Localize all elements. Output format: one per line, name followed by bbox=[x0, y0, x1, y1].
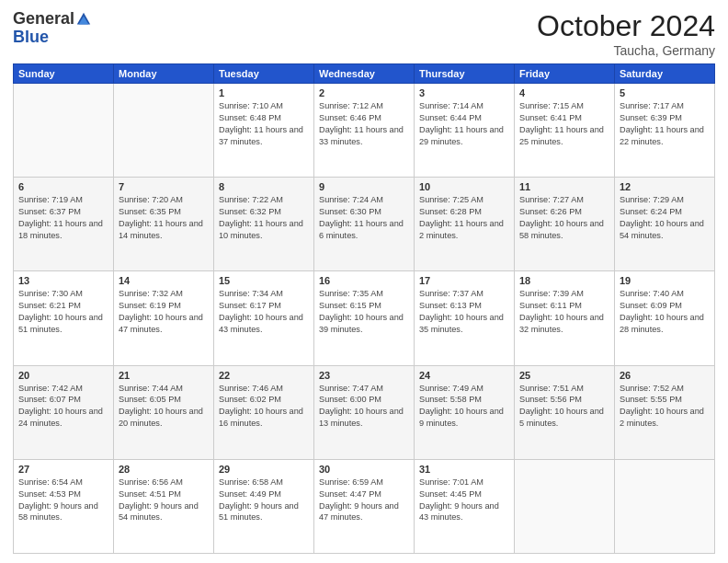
day-number: 7 bbox=[119, 181, 209, 192]
location: Taucha, Germany bbox=[537, 43, 715, 58]
logo-general: General bbox=[13, 9, 74, 29]
logo-text: General bbox=[13, 9, 92, 29]
weekday-header-wednesday: Wednesday bbox=[314, 64, 415, 84]
calendar-cell: 18Sunrise: 7:39 AMSunset: 6:11 PMDayligh… bbox=[515, 271, 615, 365]
day-info: Sunrise: 7:34 AMSunset: 6:17 PMDaylight:… bbox=[219, 288, 309, 336]
calendar-cell: 5Sunrise: 7:17 AMSunset: 6:39 PMDaylight… bbox=[615, 84, 715, 178]
weekday-header-tuesday: Tuesday bbox=[214, 64, 314, 84]
weekday-header-monday: Monday bbox=[114, 64, 214, 84]
day-number: 20 bbox=[18, 370, 108, 381]
calendar-cell: 19Sunrise: 7:40 AMSunset: 6:09 PMDayligh… bbox=[615, 271, 715, 365]
day-info: Sunrise: 7:01 AMSunset: 4:45 PMDaylight:… bbox=[419, 477, 509, 524]
day-info: Sunrise: 7:47 AMSunset: 6:00 PMDaylight:… bbox=[319, 383, 409, 431]
day-info: Sunrise: 7:35 AMSunset: 6:15 PMDaylight:… bbox=[319, 288, 409, 336]
calendar-cell: 1Sunrise: 7:10 AMSunset: 6:48 PMDaylight… bbox=[214, 84, 314, 178]
day-number: 31 bbox=[419, 464, 509, 475]
day-number: 12 bbox=[620, 181, 710, 192]
logo-icon bbox=[75, 11, 92, 28]
calendar-cell bbox=[515, 459, 615, 553]
title-area: October 2024 Taucha, Germany bbox=[537, 9, 715, 58]
weekday-header-saturday: Saturday bbox=[615, 64, 715, 84]
day-number: 11 bbox=[519, 181, 609, 192]
weekday-header-friday: Friday bbox=[515, 64, 615, 84]
calendar-cell: 8Sunrise: 7:22 AMSunset: 6:32 PMDaylight… bbox=[214, 178, 314, 271]
day-info: Sunrise: 7:19 AMSunset: 6:37 PMDaylight:… bbox=[18, 194, 108, 242]
day-number: 17 bbox=[419, 275, 509, 286]
day-info: Sunrise: 6:56 AMSunset: 4:51 PMDaylight:… bbox=[119, 477, 209, 524]
calendar-week-row: 27Sunrise: 6:54 AMSunset: 4:53 PMDayligh… bbox=[14, 459, 715, 553]
day-info: Sunrise: 7:40 AMSunset: 6:09 PMDaylight:… bbox=[620, 288, 710, 336]
calendar-cell: 22Sunrise: 7:46 AMSunset: 6:02 PMDayligh… bbox=[214, 365, 314, 459]
weekday-header-sunday: Sunday bbox=[14, 64, 114, 84]
day-info: Sunrise: 7:51 AMSunset: 5:56 PMDaylight:… bbox=[519, 383, 609, 431]
day-info: Sunrise: 7:15 AMSunset: 6:41 PMDaylight:… bbox=[519, 100, 609, 148]
day-number: 1 bbox=[219, 87, 309, 98]
day-info: Sunrise: 7:17 AMSunset: 6:39 PMDaylight:… bbox=[620, 100, 710, 148]
calendar-cell bbox=[615, 459, 715, 553]
calendar-cell bbox=[14, 84, 114, 178]
day-info: Sunrise: 7:37 AMSunset: 6:13 PMDaylight:… bbox=[419, 288, 509, 336]
day-number: 23 bbox=[319, 370, 409, 381]
day-info: Sunrise: 7:44 AMSunset: 6:05 PMDaylight:… bbox=[119, 383, 209, 431]
calendar-cell: 25Sunrise: 7:51 AMSunset: 5:56 PMDayligh… bbox=[515, 365, 615, 459]
day-info: Sunrise: 7:30 AMSunset: 6:21 PMDaylight:… bbox=[18, 288, 108, 336]
calendar-cell: 13Sunrise: 7:30 AMSunset: 6:21 PMDayligh… bbox=[14, 271, 114, 365]
day-number: 26 bbox=[620, 370, 710, 381]
day-info: Sunrise: 7:46 AMSunset: 6:02 PMDaylight:… bbox=[219, 383, 309, 431]
day-info: Sunrise: 7:20 AMSunset: 6:35 PMDaylight:… bbox=[119, 194, 209, 242]
calendar-week-row: 20Sunrise: 7:42 AMSunset: 6:07 PMDayligh… bbox=[14, 365, 715, 459]
day-number: 14 bbox=[119, 275, 209, 286]
day-number: 4 bbox=[519, 87, 609, 98]
calendar-cell: 23Sunrise: 7:47 AMSunset: 6:00 PMDayligh… bbox=[314, 365, 415, 459]
calendar-cell: 12Sunrise: 7:29 AMSunset: 6:24 PMDayligh… bbox=[615, 178, 715, 271]
weekday-header-thursday: Thursday bbox=[415, 64, 515, 84]
day-number: 13 bbox=[18, 275, 108, 286]
day-info: Sunrise: 7:39 AMSunset: 6:11 PMDaylight:… bbox=[519, 288, 609, 336]
day-info: Sunrise: 7:49 AMSunset: 5:58 PMDaylight:… bbox=[419, 383, 509, 431]
calendar-cell: 2Sunrise: 7:12 AMSunset: 6:46 PMDaylight… bbox=[314, 84, 415, 178]
day-number: 28 bbox=[119, 464, 209, 475]
calendar-cell: 14Sunrise: 7:32 AMSunset: 6:19 PMDayligh… bbox=[114, 271, 214, 365]
day-number: 10 bbox=[419, 181, 509, 192]
day-number: 8 bbox=[219, 181, 309, 192]
calendar-cell: 10Sunrise: 7:25 AMSunset: 6:28 PMDayligh… bbox=[415, 178, 515, 271]
calendar-cell: 24Sunrise: 7:49 AMSunset: 5:58 PMDayligh… bbox=[415, 365, 515, 459]
calendar-cell: 26Sunrise: 7:52 AMSunset: 5:55 PMDayligh… bbox=[615, 365, 715, 459]
logo: General Blue bbox=[13, 9, 92, 45]
weekday-header-row: SundayMondayTuesdayWednesdayThursdayFrid… bbox=[14, 64, 715, 84]
day-number: 21 bbox=[119, 370, 209, 381]
day-info: Sunrise: 7:27 AMSunset: 6:26 PMDaylight:… bbox=[519, 194, 609, 242]
calendar-week-row: 13Sunrise: 7:30 AMSunset: 6:21 PMDayligh… bbox=[14, 271, 715, 365]
day-info: Sunrise: 7:12 AMSunset: 6:46 PMDaylight:… bbox=[319, 100, 409, 148]
calendar-cell: 16Sunrise: 7:35 AMSunset: 6:15 PMDayligh… bbox=[314, 271, 415, 365]
day-info: Sunrise: 6:58 AMSunset: 4:49 PMDaylight:… bbox=[219, 477, 309, 524]
day-info: Sunrise: 7:32 AMSunset: 6:19 PMDaylight:… bbox=[119, 288, 209, 336]
calendar-cell: 31Sunrise: 7:01 AMSunset: 4:45 PMDayligh… bbox=[415, 459, 515, 553]
day-number: 27 bbox=[18, 464, 108, 475]
calendar-cell: 30Sunrise: 6:59 AMSunset: 4:47 PMDayligh… bbox=[314, 459, 415, 553]
day-number: 6 bbox=[18, 181, 108, 192]
day-info: Sunrise: 7:24 AMSunset: 6:30 PMDaylight:… bbox=[319, 194, 409, 242]
day-number: 15 bbox=[219, 275, 309, 286]
day-number: 16 bbox=[319, 275, 409, 286]
calendar-cell: 21Sunrise: 7:44 AMSunset: 6:05 PMDayligh… bbox=[114, 365, 214, 459]
day-info: Sunrise: 7:22 AMSunset: 6:32 PMDaylight:… bbox=[219, 194, 309, 242]
calendar-cell: 11Sunrise: 7:27 AMSunset: 6:26 PMDayligh… bbox=[515, 178, 615, 271]
day-number: 19 bbox=[620, 275, 710, 286]
calendar-cell: 29Sunrise: 6:58 AMSunset: 4:49 PMDayligh… bbox=[214, 459, 314, 553]
day-info: Sunrise: 7:14 AMSunset: 6:44 PMDaylight:… bbox=[419, 100, 509, 148]
day-info: Sunrise: 7:29 AMSunset: 6:24 PMDaylight:… bbox=[620, 194, 710, 242]
day-info: Sunrise: 7:52 AMSunset: 5:55 PMDaylight:… bbox=[620, 383, 710, 431]
day-number: 29 bbox=[219, 464, 309, 475]
page: General Blue October 2024 Taucha, German… bbox=[0, 0, 728, 563]
calendar-cell: 7Sunrise: 7:20 AMSunset: 6:35 PMDaylight… bbox=[114, 178, 214, 271]
calendar-cell: 9Sunrise: 7:24 AMSunset: 6:30 PMDaylight… bbox=[314, 178, 415, 271]
calendar-cell bbox=[114, 84, 214, 178]
calendar-cell: 6Sunrise: 7:19 AMSunset: 6:37 PMDaylight… bbox=[14, 178, 114, 271]
calendar-cell: 3Sunrise: 7:14 AMSunset: 6:44 PMDaylight… bbox=[415, 84, 515, 178]
month-title: October 2024 bbox=[537, 9, 715, 43]
day-info: Sunrise: 6:54 AMSunset: 4:53 PMDaylight:… bbox=[18, 477, 108, 524]
day-number: 3 bbox=[419, 87, 509, 98]
day-number: 25 bbox=[519, 370, 609, 381]
calendar-cell: 17Sunrise: 7:37 AMSunset: 6:13 PMDayligh… bbox=[415, 271, 515, 365]
